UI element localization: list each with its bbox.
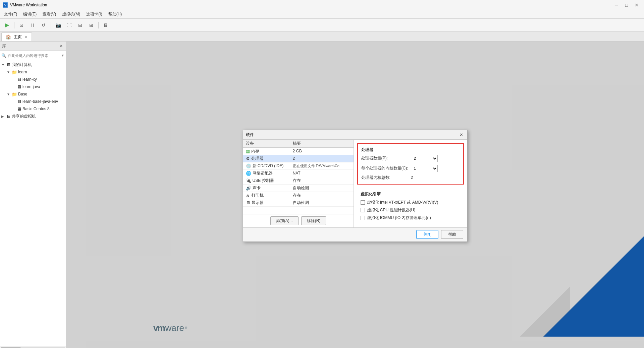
virt-section: 虚拟化引擎 虚拟化 Intel VT-x/EPT 或 AMD-V/RVI(V) … — [357, 188, 464, 224]
proc-count-label: 处理器数量(P): — [361, 155, 408, 161]
menu-edit[interactable]: 编辑(E) — [20, 10, 39, 18]
title-bar: V VMware Workstation ─ □ ✕ — [0, 0, 644, 10]
table-row[interactable]: ⚙ 处理器 2 — [243, 155, 354, 162]
maximize-button[interactable]: □ — [622, 1, 631, 9]
virt-title: 虚拟化引擎 — [361, 191, 461, 197]
dialog-body: 设备 摘要 ▦ 内存 2 GB — [243, 140, 467, 227]
scrollbar-thumb[interactable] — [1, 347, 21, 348]
suspend-button[interactable]: ⊡ — [16, 20, 26, 30]
menu-view[interactable]: 查看(V) — [40, 10, 59, 18]
sidebar-scrollbar[interactable] — [0, 346, 66, 348]
table-row[interactable]: 🔌 USB 控制器 存在 — [243, 177, 354, 185]
table-row[interactable]: ▦ 内存 2 GB — [243, 148, 354, 155]
table-row[interactable]: 💿 新 CD/DVD (IDE) 正在使用文件 F:\VMware\Ce... — [243, 162, 354, 170]
split-button[interactable]: ⊟ — [75, 20, 85, 30]
dialog-close-button[interactable]: 关闭 — [416, 230, 438, 239]
add-device-button[interactable]: 添加(A)... — [270, 216, 299, 225]
summary-cell: 自动检测 — [290, 185, 354, 192]
scrollbar-track[interactable] — [1, 347, 65, 348]
table-row[interactable]: 🌐 网络适配器 NAT — [243, 170, 354, 177]
summary-cell: 2 GB — [290, 148, 354, 155]
virt-row-3: 虚拟化 IOMMU (IO 内存管理单元)(I) — [361, 215, 461, 221]
summary-cell: NAT — [290, 170, 354, 177]
table-row[interactable]: 🖥 显示器 自动检测 — [243, 199, 354, 207]
proc-count-row: 处理器数量(P): 2 1 4 8 — [361, 155, 460, 162]
sidebar-item-my-pc[interactable]: ▼ 🖥 我的计算机 — [0, 61, 66, 68]
toolbar-sep-2 — [51, 22, 51, 28]
virt-checkbox-3[interactable] — [361, 216, 365, 220]
printer-icon: 🖨 — [246, 193, 250, 198]
proc-total-label: 处理器内核总数: — [361, 175, 408, 181]
proc-core-row: 每个处理器的内核数量(C): 1 2 4 — [361, 165, 460, 172]
snapshot-button[interactable]: 📷 — [53, 20, 63, 30]
proc-core-select[interactable]: 1 2 4 — [411, 165, 438, 172]
search-dropdown-icon[interactable]: ▼ — [61, 54, 64, 57]
device-cell: 🖨 打印机 — [243, 192, 290, 199]
reset-button[interactable]: ↺ — [39, 20, 49, 30]
processor-label: 处理器 — [251, 156, 263, 161]
app-icon: V — [3, 2, 8, 8]
minimize-button[interactable]: ─ — [612, 1, 621, 9]
learn-xy-label: learn-xy — [22, 77, 37, 82]
table-row[interactable]: 🖨 打印机 存在 — [243, 192, 354, 199]
sidebar-search[interactable]: 🔍 ▼ — [0, 51, 66, 60]
col-device-header: 设备 — [243, 140, 290, 147]
device-table-header: 设备 摘要 — [243, 140, 354, 148]
shared-icon: 🖥 — [6, 114, 11, 119]
summary-cell: 正在使用文件 F:\VMware\Ce... — [290, 162, 354, 169]
device-cell: ▦ 内存 — [243, 148, 290, 155]
sidebar-item-base[interactable]: ▼ 📁 Base — [0, 90, 66, 98]
play-button[interactable]: ▶ — [2, 20, 12, 30]
monitor-label: 显示器 — [252, 200, 264, 206]
proc-count-select[interactable]: 2 1 4 8 — [411, 155, 438, 162]
right-panel: 处理器 处理器数量(P): 2 1 4 8 — [354, 140, 467, 227]
remove-device-button[interactable]: 移除(R) — [301, 216, 326, 225]
arrow-base: ▼ — [7, 92, 11, 96]
processor-icon: ⚙ — [246, 156, 250, 161]
sidebar-tree: ▼ 🖥 我的计算机 ▼ 📁 learn ▶ 🖥 learn-xy ▶ 🖥 lea… — [0, 60, 66, 346]
processor-section-title: 处理器 — [361, 147, 460, 153]
tab-home[interactable]: 🏠 主页 ✕ — [1, 32, 32, 41]
menu-tab[interactable]: 选项卡(I) — [84, 10, 105, 18]
menu-vm[interactable]: 虚拟机(M) — [59, 10, 83, 18]
dialog-title: 硬件 — [246, 132, 254, 138]
basic-centos-label: Basic Centos 8 — [22, 107, 50, 111]
network-label: 网络适配器 — [253, 170, 273, 176]
cd-icon: 💿 — [246, 163, 251, 168]
device-cell: 💿 新 CD/DVD (IDE) — [243, 162, 290, 169]
col-summary-header: 摘要 — [290, 140, 354, 147]
device-cell: 🔊 声卡 — [243, 185, 290, 192]
table-row[interactable]: 🔊 声卡 自动检测 — [243, 185, 354, 192]
sidebar-item-basic-centos[interactable]: ▶ 🖥 Basic Centos 8 — [0, 105, 66, 113]
sidebar-header-label: 库 — [2, 43, 6, 49]
extend-button[interactable]: ⊞ — [86, 20, 96, 30]
sidebar-close-button[interactable]: ✕ — [58, 44, 64, 49]
console-button[interactable]: 🖥 — [101, 20, 111, 30]
dialog-help-button[interactable]: 帮助 — [441, 230, 463, 239]
modal-overlay: 硬件 ✕ 设备 摘要 — [66, 42, 644, 348]
arrow-my-pc: ▼ — [1, 63, 5, 67]
sidebar-item-learn-xy[interactable]: ▶ 🖥 learn-xy — [0, 76, 66, 83]
search-input[interactable] — [8, 54, 60, 58]
virt-checkbox-1[interactable] — [361, 200, 365, 205]
menu-file[interactable]: 文件(F) — [1, 10, 20, 18]
sidebar-item-learn-base-java-env[interactable]: ▶ 🖥 learn-base-java-env — [0, 98, 66, 105]
tab-close-icon[interactable]: ✕ — [24, 35, 28, 39]
learn-folder-icon: 📁 — [12, 70, 17, 75]
sidebar-item-learn[interactable]: ▼ 📁 learn — [0, 68, 66, 76]
sidebar-item-shared-vms[interactable]: ▶ 🖥 共享的虚拟机 — [0, 113, 66, 120]
menu-help[interactable]: 帮助(H) — [106, 10, 125, 18]
arrow-shared: ▶ — [1, 115, 5, 118]
sidebar-header: 库 ✕ — [0, 42, 66, 51]
fullscreen-button[interactable]: ⛶ — [64, 20, 74, 30]
pause-button[interactable]: ⏸ — [28, 20, 38, 30]
cd-label: 新 CD/DVD (IDE) — [253, 163, 284, 169]
menu-bar: 文件(F) 编辑(E) 查看(V) 虚拟机(M) 选项卡(I) 帮助(H) — [0, 10, 644, 19]
sidebar-item-learn-java[interactable]: ▶ 🖥 learn-java — [0, 83, 66, 90]
home-icon: 🏠 — [6, 34, 11, 40]
virt-checkbox-2[interactable] — [361, 208, 365, 212]
summary-cell: 存在 — [290, 192, 354, 199]
device-rows: ▦ 内存 2 GB ⚙ 处理器 2 — [243, 148, 354, 214]
close-button[interactable]: ✕ — [632, 1, 641, 9]
dialog-close-x-button[interactable]: ✕ — [459, 132, 465, 138]
